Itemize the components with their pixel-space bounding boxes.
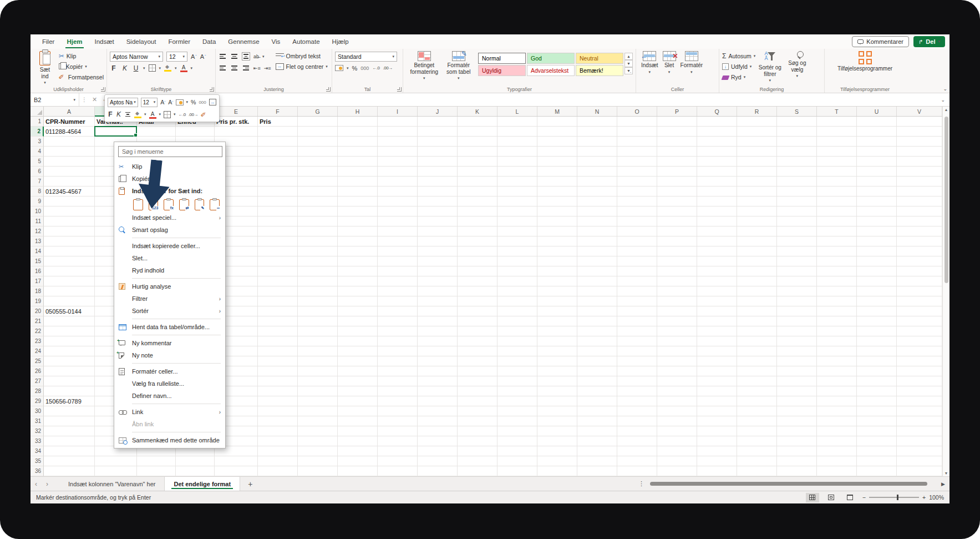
cell-Q20[interactable] — [697, 306, 737, 316]
row-header-6[interactable]: 6 — [31, 167, 44, 177]
gallery-down-icon[interactable]: ▼ — [624, 60, 633, 67]
cell-U26[interactable] — [857, 366, 897, 376]
cell-N7[interactable] — [577, 177, 617, 187]
cell-I32[interactable] — [378, 426, 418, 436]
row-header-11[interactable]: 11 — [31, 216, 44, 226]
cell-V4[interactable] — [897, 147, 942, 157]
cell-R17[interactable] — [737, 276, 777, 286]
normal-view-button[interactable] — [806, 493, 819, 502]
format-painter-button[interactable]: Formatpensel — [59, 72, 104, 82]
cell-M24[interactable] — [537, 346, 577, 356]
tab-sidelayout[interactable]: Sidelayout — [120, 34, 163, 49]
cell-F14[interactable] — [258, 246, 298, 256]
cell-H21[interactable] — [338, 316, 378, 326]
cell-T31[interactable] — [817, 416, 857, 426]
cell-N31[interactable] — [577, 416, 617, 426]
cell-R19[interactable] — [737, 296, 777, 306]
cell-M31[interactable] — [537, 416, 577, 426]
menu-item-link[interactable]: Link› — [114, 406, 225, 418]
cell-H9[interactable] — [338, 197, 378, 206]
cell-S4[interactable] — [777, 147, 817, 157]
cell-F6[interactable] — [258, 167, 298, 177]
cell-R28[interactable] — [737, 386, 777, 396]
cell-K7[interactable] — [458, 177, 497, 187]
cell-A27[interactable] — [44, 376, 95, 386]
cell-H10[interactable] — [338, 206, 378, 216]
cell-M28[interactable] — [537, 386, 577, 396]
cell-A23[interactable] — [44, 336, 95, 346]
autosum-button[interactable]: ΣAutosum▾ — [722, 51, 755, 61]
cell-R20[interactable] — [737, 306, 777, 316]
cell-V14[interactable] — [897, 246, 942, 256]
column-header-Q[interactable]: Q — [697, 107, 737, 116]
align-center-button[interactable] — [124, 111, 131, 118]
cell-I2[interactable] — [378, 127, 418, 137]
cell-N5[interactable] — [577, 157, 617, 167]
cell-K27[interactable] — [458, 376, 497, 386]
cell-Q34[interactable] — [697, 446, 737, 456]
cell-O3[interactable] — [617, 137, 657, 147]
cell-M5[interactable] — [537, 157, 577, 167]
cell-H18[interactable] — [338, 286, 378, 296]
cell-F23[interactable] — [258, 336, 298, 346]
cell-I9[interactable] — [378, 197, 418, 206]
row-header-21[interactable]: 21 — [31, 316, 44, 326]
cell-G33[interactable] — [298, 436, 338, 446]
cell-L8[interactable] — [497, 187, 537, 197]
cell-K34[interactable] — [458, 446, 497, 456]
row-header-32[interactable]: 32 — [31, 426, 44, 436]
cell-A16[interactable] — [44, 266, 95, 276]
cell-V23[interactable] — [897, 336, 942, 346]
cell-N33[interactable] — [577, 436, 617, 446]
cell-E36[interactable] — [215, 466, 258, 476]
cell-T19[interactable] — [817, 296, 857, 306]
cell-S18[interactable] — [777, 286, 817, 296]
cell-T14[interactable] — [817, 246, 857, 256]
borders-button[interactable] — [149, 64, 156, 72]
cell-P7[interactable] — [657, 177, 697, 187]
paste-formulas-button[interactable]: fx — [163, 198, 175, 210]
font-size-select[interactable]: 12▾ — [166, 52, 187, 62]
cell-A21[interactable] — [44, 316, 95, 326]
cell-F27[interactable] — [258, 376, 298, 386]
cell-P33[interactable] — [657, 436, 697, 446]
cell-K2[interactable] — [458, 127, 497, 137]
percent-style-button[interactable]: % — [191, 99, 196, 105]
cell-H30[interactable] — [338, 406, 378, 416]
cell-N36[interactable] — [577, 466, 617, 476]
orientation-button[interactable]: ab̶ — [253, 54, 259, 59]
cell-L16[interactable] — [497, 266, 537, 276]
cell-N22[interactable] — [577, 326, 617, 336]
cell-K5[interactable] — [458, 157, 497, 167]
cell-S21[interactable] — [777, 316, 817, 326]
cell-G22[interactable] — [298, 326, 338, 336]
style-bemærk-[interactable]: Bemærk! — [576, 65, 623, 76]
cell-T27[interactable] — [817, 376, 857, 386]
row-header-35[interactable]: 35 — [31, 456, 44, 466]
cell-F29[interactable] — [258, 396, 298, 406]
cell-T23[interactable] — [817, 336, 857, 346]
cell-S12[interactable] — [777, 226, 817, 236]
cell-S22[interactable] — [777, 326, 817, 336]
cell-Q22[interactable] — [697, 326, 737, 336]
comma-style-button[interactable]: 000 — [360, 66, 369, 71]
cell-K10[interactable] — [458, 206, 497, 216]
cancel-icon[interactable]: ✕ — [89, 96, 100, 103]
cell-T4[interactable] — [817, 147, 857, 157]
cell-T34[interactable] — [817, 446, 857, 456]
cell-R34[interactable] — [737, 446, 777, 456]
cell-O5[interactable] — [617, 157, 657, 167]
cell-Q5[interactable] — [697, 157, 737, 167]
scroll-down-icon[interactable]: ▼ — [943, 471, 949, 475]
cell-P31[interactable] — [657, 416, 697, 426]
cell-U16[interactable] — [857, 266, 897, 276]
cell-H11[interactable] — [338, 216, 378, 226]
cell-U6[interactable] — [857, 167, 897, 177]
merge-center-button[interactable]: ↔ — [209, 99, 216, 105]
row-header-13[interactable]: 13 — [31, 236, 44, 246]
cell-A5[interactable] — [44, 157, 95, 167]
row-header-2[interactable]: 2 — [31, 127, 44, 137]
row-header-22[interactable]: 22 — [31, 326, 44, 336]
cell-K31[interactable] — [458, 416, 497, 426]
cell-O33[interactable] — [617, 436, 657, 446]
